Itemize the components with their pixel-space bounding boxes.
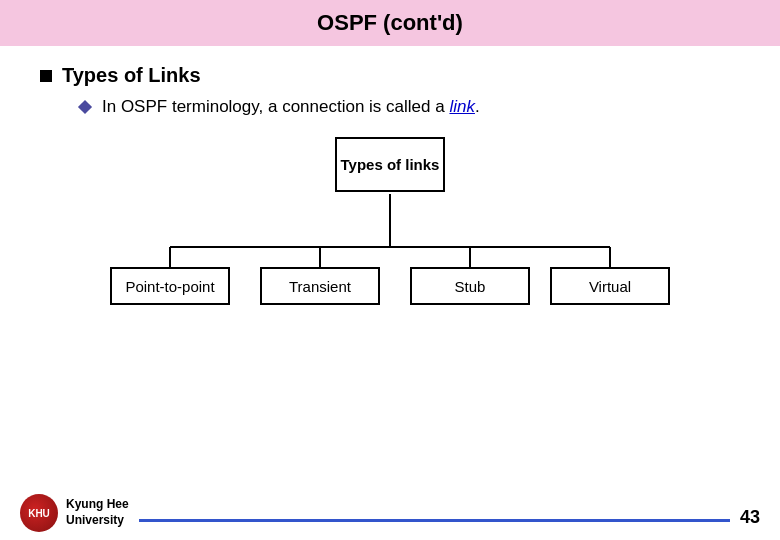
slide-footer: KHU Kyung Hee University 43 <box>0 494 780 540</box>
university-logo-area: KHU Kyung Hee University <box>20 494 129 532</box>
child-box-1: Point-to-point <box>110 267 230 305</box>
page-number: 43 <box>740 507 760 532</box>
sub-text-before: In OSPF terminology, a connection is cal… <box>102 97 449 116</box>
child-label-4: Virtual <box>589 278 631 295</box>
slide-content: Types of Links In OSPF terminology, a co… <box>0 64 780 317</box>
slide-header: OSPF (cont'd) <box>0 0 780 46</box>
diamond-icon <box>78 100 92 114</box>
section-heading-text: Types of Links <box>62 64 201 87</box>
slide-title: OSPF (cont'd) <box>317 10 463 35</box>
university-line2: University <box>66 513 124 527</box>
child-label-2: Transient <box>289 278 351 295</box>
child-box-4: Virtual <box>550 267 670 305</box>
root-label: Types of links <box>341 156 440 173</box>
sub-bullet: In OSPF terminology, a connection is cal… <box>80 97 740 117</box>
root-box: Types of links <box>335 137 445 192</box>
university-logo: KHU <box>20 494 58 532</box>
child-label-3: Stub <box>455 278 486 295</box>
university-name: Kyung Hee University <box>66 497 129 528</box>
child-box-2: Transient <box>260 267 380 305</box>
section-heading: Types of Links <box>40 64 740 87</box>
diagram-container: Types of links Point-to-point Transient … <box>40 137 740 317</box>
types-of-links-diagram: Types of links Point-to-point Transient … <box>100 137 680 317</box>
sub-bullet-text: In OSPF terminology, a connection is cal… <box>102 97 480 117</box>
sub-text-after: . <box>475 97 480 116</box>
university-line1: Kyung Hee <box>66 497 129 511</box>
child-box-3: Stub <box>410 267 530 305</box>
bullet-icon <box>40 70 52 82</box>
child-label-1: Point-to-point <box>125 278 214 295</box>
link-word: link <box>449 97 475 116</box>
footer-divider <box>139 519 730 522</box>
